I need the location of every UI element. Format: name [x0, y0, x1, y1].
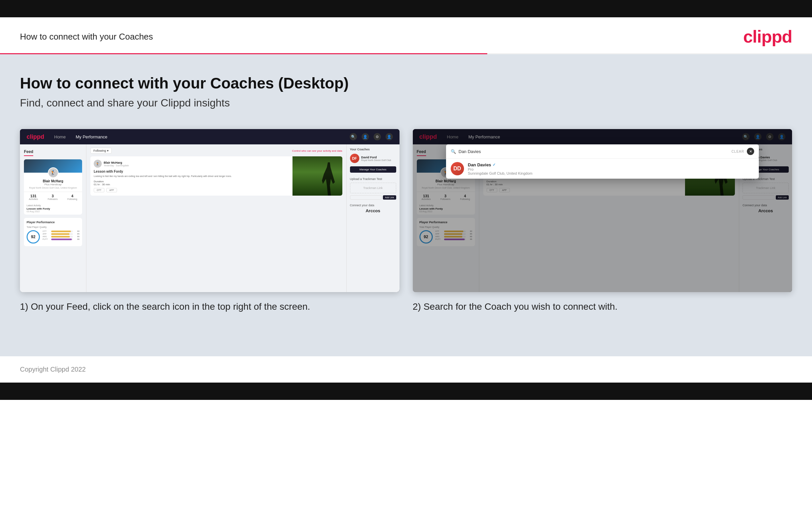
lesson-text-1: 🏌️ Blair McHarg Yesterday · Sunningdale … — [90, 156, 292, 196]
trackman-input-1[interactable] — [350, 195, 382, 200]
caption-1: 1) On your Feed, click on the search ico… — [20, 292, 399, 313]
lesson-author-avatar-1: 🏌️ — [94, 160, 102, 168]
stats-row-1: 131 Activities 3 Followers 4 Following — [24, 192, 82, 202]
app-nav-logo-1: clippd — [27, 133, 44, 140]
following-button-1[interactable]: Following ▾ — [90, 148, 112, 154]
profile-handicap-1: Plus Handicap — [27, 183, 80, 186]
tag-ott[interactable]: OTT — [94, 188, 104, 192]
result-role: Pro — [468, 167, 532, 171]
middle-panel-1: Following ▾ Control who can see your act… — [86, 144, 346, 292]
caption-2: 2) Search for the Coach you wish to conn… — [413, 292, 793, 313]
profile-card-1: 🏌️ Blair McHarg Plus Handicap Royal Nort… — [24, 159, 82, 215]
perf-bars-1: OTT 90 APP 85 — [43, 230, 80, 241]
bar-ott: OTT 90 — [43, 230, 80, 232]
footer: Copyright Clippd 2022 — [0, 356, 812, 383]
lesson-image-1 — [292, 156, 342, 196]
nav-my-performance-1[interactable]: My Performance — [76, 134, 107, 139]
search-overlay: 🔍 Dan Davies CLEAR ✕ DD Dan Davies ✓ Pro — [446, 144, 759, 179]
latest-activity-1: Latest Activity Lesson with Fordy 03 Aug… — [24, 202, 82, 215]
page-title: How to connect with your Coaches — [20, 32, 153, 42]
top-bar — [0, 0, 812, 17]
tag-app[interactable]: APP — [106, 188, 117, 192]
close-search-button[interactable]: ✕ — [747, 148, 754, 155]
stat-followers: 3 Followers — [48, 194, 58, 200]
bar-app: APP 85 — [43, 233, 80, 235]
perf-content-1: 92 OTT 90 APP — [27, 230, 80, 244]
control-link-1[interactable]: Control who can see your activity and da… — [292, 150, 342, 153]
app-nav-1: clippd Home My Performance 🔍 👤 ⚙ 👤 — [20, 129, 399, 144]
search-input-mock[interactable]: Dan Davies — [459, 149, 729, 154]
copyright: Copyright Clippd 2022 — [20, 366, 86, 373]
profile-location-1: Royal North Devon Golf Club, United King… — [27, 186, 80, 189]
lesson-duration-1: Duration 01 hr : 30 min — [94, 180, 289, 186]
player-performance-1: Player Performance Total Player Quality … — [24, 218, 82, 246]
profile-icon-nav[interactable]: 👤 — [362, 133, 369, 140]
screenshot-block-1: clippd Home My Performance 🔍 👤 ⚙ 👤 Feed — [20, 129, 399, 313]
left-panel-1: Feed 🏌️ Blair McHarg Plus Handicap Royal… — [20, 144, 86, 292]
search-icon-nav[interactable]: 🔍 — [350, 133, 357, 140]
trackman-input-row-1: Add Link — [350, 195, 396, 200]
result-avatar-1: DD — [451, 162, 464, 175]
header: How to connect with your Coaches clippd — [0, 17, 812, 53]
lesson-tags-1: OTT APP — [94, 188, 289, 192]
add-link-btn-1[interactable]: Add Link — [383, 195, 396, 200]
result-location: Sunningdale Golf Club, United Kingdom — [468, 171, 532, 175]
result-info-1: Dan Davies ✓ Pro Sunningdale Golf Club, … — [468, 162, 532, 175]
trackman-box-1: Trackman Link — [350, 183, 396, 193]
coach-avatar-1: DF — [350, 154, 359, 163]
search-bar: 🔍 Dan Davies CLEAR ✕ — [446, 144, 759, 159]
stat-activities: 131 Activities — [29, 194, 38, 200]
section-subtitle: Find, connect and share your Clippd insi… — [20, 97, 792, 109]
bar-putt: PUTT 96 — [43, 238, 80, 240]
profile-banner-1: 🏌️ — [24, 159, 82, 173]
arccos-logo-1: Arccos — [350, 208, 396, 213]
profile-name-1: Blair McHarg — [27, 179, 80, 183]
lesson-card-1: 🏌️ Blair McHarg Yesterday · Sunningdale … — [90, 156, 342, 196]
nav-icons-1: 🔍 👤 ⚙ 👤 — [350, 133, 393, 140]
settings-icon-nav[interactable]: ⚙ — [374, 133, 381, 140]
verified-badge: ✓ — [492, 163, 495, 167]
feed-tab-1[interactable]: Feed — [24, 150, 33, 156]
screenshots-row: clippd Home My Performance 🔍 👤 ⚙ 👤 Feed — [20, 129, 792, 313]
screenshot-frame-2: clippd Home My Performance 🔍 👤 ⚙ 👤 🔍 — [413, 129, 793, 292]
result-name-1: Dan Davies ✓ — [468, 162, 532, 167]
bar-arg: ARG 86 — [43, 236, 80, 238]
following-row-1: Following ▾ Control who can see your act… — [90, 148, 342, 154]
manage-coaches-btn-1[interactable]: Manage Your Coaches — [350, 166, 396, 173]
search-icon-sm: 🔍 — [451, 149, 456, 154]
section-title: How to connect with your Coaches (Deskto… — [20, 74, 792, 92]
user-avatar-nav[interactable]: 👤 — [386, 133, 393, 140]
nav-home-1[interactable]: Home — [54, 134, 66, 139]
search-result-1[interactable]: DD Dan Davies ✓ Pro Sunningdale Golf Clu… — [446, 159, 759, 179]
main-content: How to connect with your Coaches (Deskto… — [0, 54, 812, 356]
bottom-bar — [0, 383, 812, 400]
clear-button[interactable]: CLEAR — [731, 150, 744, 153]
screenshot-block-2: clippd Home My Performance 🔍 👤 ⚙ 👤 🔍 — [413, 129, 793, 313]
quality-circle-1: 92 — [27, 230, 40, 244]
coach-item-1: DF David Ford Royal North Devon Golf Clu… — [350, 154, 396, 163]
logo: clippd — [743, 27, 792, 47]
screenshot-frame-1: clippd Home My Performance 🔍 👤 ⚙ 👤 Feed — [20, 129, 399, 292]
lesson-author-row-1: 🏌️ Blair McHarg Yesterday · Sunningdale — [94, 160, 289, 168]
stat-following: 4 Following — [67, 194, 78, 200]
golfer-silhouette-1 — [319, 162, 339, 196]
right-panel-1: Your Coaches DF David Ford Royal North D… — [346, 144, 399, 292]
app-body-1: Feed 🏌️ Blair McHarg Plus Handicap Royal… — [20, 144, 399, 292]
profile-avatar-1: 🏌️ — [48, 167, 58, 178]
